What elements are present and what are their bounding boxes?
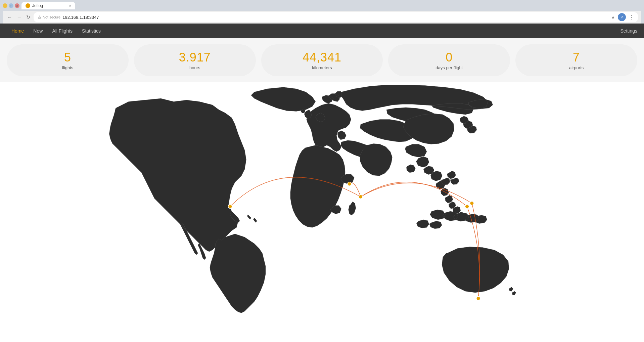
- stat-label-flights: flights: [62, 65, 73, 70]
- stat-value-hours: 3.917: [179, 50, 211, 65]
- tab-close-button[interactable]: ×: [69, 4, 71, 8]
- window-controls: − □ ×: [3, 3, 19, 8]
- svg-point-3: [465, 205, 469, 209]
- forward-button[interactable]: →: [15, 14, 23, 20]
- stat-card-flights: 5 flights: [7, 44, 129, 76]
- svg-point-1: [359, 195, 363, 199]
- reload-button[interactable]: ↻: [25, 14, 32, 20]
- flight-routes: [230, 177, 480, 298]
- svg-point-5: [476, 296, 480, 300]
- tab-title: Jetlog: [32, 3, 43, 8]
- address-bar[interactable]: Not secure 192.168.1.18:3347 ★ P ⋮: [34, 12, 638, 22]
- nav-all-flights[interactable]: All Flights: [47, 24, 77, 38]
- svg-point-0: [228, 205, 232, 209]
- browser-tab[interactable]: Jetlog ×: [21, 2, 75, 9]
- stat-value-airports: 7: [573, 50, 580, 65]
- stat-label-days-per-flight: days per flight: [435, 65, 463, 70]
- stats-row: 5 flights 3.917 hours 44,341 kilometers …: [0, 38, 644, 82]
- settings-link[interactable]: Settings: [620, 28, 637, 34]
- browser-chrome: − □ × Jetlog × ← → ↻ Not secure 192.168.…: [0, 0, 644, 24]
- stat-label-kilometers: kilometers: [312, 65, 332, 70]
- warning-icon: [38, 15, 42, 19]
- svg-point-2: [348, 182, 352, 186]
- nav-statistics[interactable]: Statistics: [77, 24, 105, 38]
- stat-card-airports: 7 airports: [515, 44, 637, 76]
- address-url: 192.168.1.18:3347: [62, 15, 99, 20]
- nav-home[interactable]: Home: [7, 24, 29, 38]
- map-svg: [0, 82, 644, 324]
- restore-button[interactable]: □: [9, 3, 13, 8]
- svg-point-4: [470, 201, 474, 205]
- tab-favicon-icon: [26, 3, 30, 8]
- nav-new[interactable]: New: [29, 24, 47, 38]
- stat-value-kilometers: 44,341: [303, 50, 341, 65]
- world-map: [0, 82, 644, 324]
- tab-bar: Jetlog ×: [21, 2, 75, 9]
- address-bar-row: ← → ↻ Not secure 192.168.1.18:3347 ★ P ⋮: [3, 11, 641, 24]
- browser-top-bar: − □ × Jetlog ×: [3, 2, 641, 9]
- address-right-controls: ★ P ⋮: [611, 13, 634, 21]
- stat-card-kilometers: 44,341 kilometers: [261, 44, 383, 76]
- minimize-button[interactable]: −: [3, 3, 7, 8]
- bookmark-icon[interactable]: ★: [611, 15, 615, 20]
- app-nav: Home New All Flights Statistics Settings: [0, 24, 644, 38]
- stat-card-hours: 3.917 hours: [134, 44, 256, 76]
- profile-avatar[interactable]: P: [618, 13, 626, 21]
- close-button[interactable]: ×: [15, 3, 19, 8]
- stat-label-hours: hours: [189, 65, 200, 70]
- map-landmasses: [109, 85, 516, 313]
- airport-markers: [228, 182, 480, 300]
- stat-label-airports: airports: [569, 65, 584, 70]
- stat-card-days-per-flight: 0 days per flight: [388, 44, 510, 76]
- back-button[interactable]: ←: [6, 14, 13, 20]
- menu-icon[interactable]: ⋮: [629, 14, 634, 20]
- security-label: Not secure: [38, 15, 60, 19]
- stat-value-days-per-flight: 0: [446, 50, 453, 65]
- stat-value-flights: 5: [64, 50, 71, 65]
